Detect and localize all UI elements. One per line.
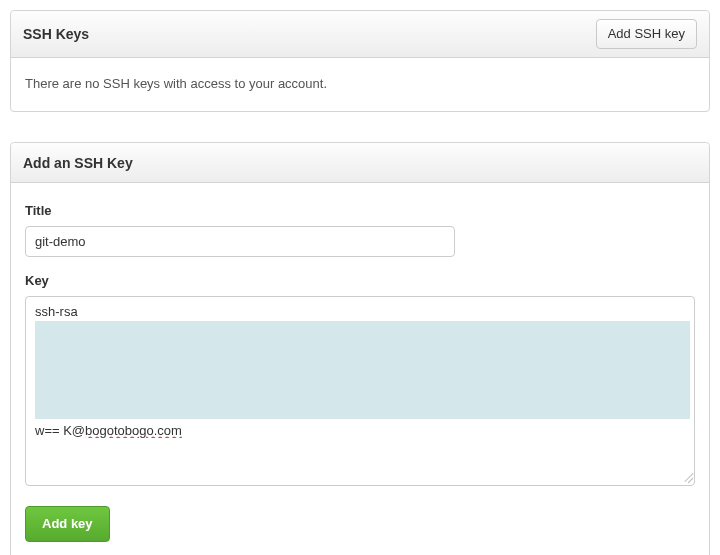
add-ssh-key-panel-body: Title Key ssh-rsa w== K@bogotobogo.com — [11, 183, 709, 555]
add-ssh-key-panel-header: Add an SSH Key — [11, 143, 709, 183]
ssh-keys-panel-header: SSH Keys Add SSH key — [11, 11, 709, 58]
add-key-submit-button[interactable]: Add key — [25, 506, 110, 542]
ssh-keys-panel-body: There are no SSH keys with access to you… — [11, 58, 709, 111]
key-field-first-line: ssh-rsa — [35, 304, 685, 319]
key-field-overflow-edge — [686, 321, 690, 419]
key-field[interactable]: ssh-rsa w== K@bogotobogo.com — [25, 296, 695, 486]
ssh-keys-title: SSH Keys — [23, 26, 89, 42]
key-last-prefix: w== K@ — [35, 423, 85, 438]
ssh-keys-empty-message: There are no SSH keys with access to you… — [25, 76, 695, 91]
resize-handle-icon — [680, 471, 692, 483]
key-field-selection-highlight — [35, 321, 690, 419]
key-field-label: Key — [25, 273, 695, 288]
key-last-domain: bogotobogo.com — [85, 423, 182, 438]
title-field-label: Title — [25, 203, 695, 218]
add-ssh-key-title: Add an SSH Key — [23, 155, 133, 171]
key-field-wrap: ssh-rsa w== K@bogotobogo.com — [25, 296, 695, 486]
add-ssh-key-panel: Add an SSH Key Title Key ssh-rsa w== K@b… — [10, 142, 710, 555]
title-field[interactable] — [25, 226, 455, 257]
add-ssh-key-button[interactable]: Add SSH key — [596, 19, 697, 49]
key-field-last-line: w== K@bogotobogo.com — [35, 423, 685, 438]
ssh-keys-panel: SSH Keys Add SSH key There are no SSH ke… — [10, 10, 710, 112]
